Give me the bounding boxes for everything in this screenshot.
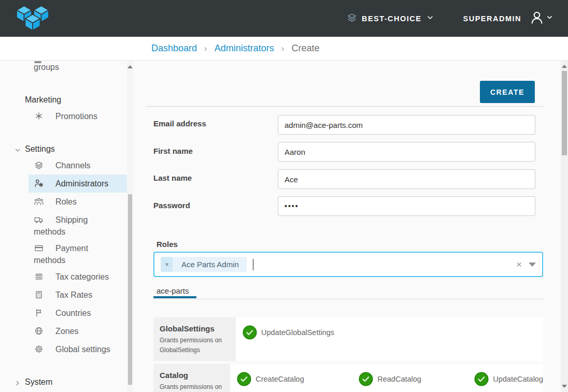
first-name-label: First name — [153, 147, 267, 155]
permission-item: UpdateCatalog — [474, 371, 543, 387]
top-bar: BEST-CHOICE SUPERADMIN — [0, 0, 568, 37]
sidebar-item-shipping-methods[interactable]: Shipping methods — [29, 211, 118, 241]
scroll-up-arrow-icon[interactable] — [127, 65, 133, 68]
sidebar-section-marketing: Marketing — [25, 94, 61, 106]
sidebar-item-promotions[interactable]: Promotions — [29, 107, 127, 125]
promotions-asterisk-icon — [34, 111, 44, 121]
first-name-field[interactable] — [278, 142, 535, 162]
user-name: SUPERADMIN — [463, 14, 521, 23]
breadcrumb-bar: Dashboard › Administrators › Create — [0, 37, 568, 61]
permission-label: UpdateCatalog — [493, 375, 543, 383]
permission-row-toggles: CreateCatalog ReadCatalog UpdateCatalog — [230, 364, 543, 392]
sidebar-item-tax-rates[interactable]: Tax Rates — [29, 286, 127, 304]
permission-label: CreateCatalog — [255, 375, 304, 383]
sidebar-scrollbar[interactable] — [127, 61, 133, 392]
roles-select[interactable]: × Ace Parts Admin × — [153, 252, 543, 277]
toggle-checked-icon[interactable] — [359, 372, 373, 386]
user-menu[interactable]: SUPERADMIN — [463, 10, 553, 27]
payment-card-icon — [34, 243, 44, 253]
permission-row-header: GlobalSettings Grants permissions on Glo… — [153, 317, 236, 361]
layers-icon — [346, 12, 358, 25]
create-administrator-form: CREATE Email address First name Last nam… — [133, 61, 561, 392]
administrator-user-gear-icon — [34, 178, 44, 188]
chevron-right-icon — [14, 379, 21, 390]
roles-label: Roles — [157, 240, 271, 249]
remove-role-icon[interactable]: × — [161, 257, 173, 272]
roles-users-icon — [34, 196, 44, 207]
admin-create-administrator-screen: BEST-CHOICE SUPERADMIN Dashboard › — [0, 0, 568, 392]
clear-selection-icon[interactable]: × — [516, 259, 522, 269]
role-chip-label: Ace Parts Admin — [173, 257, 247, 272]
user-icon — [529, 10, 545, 27]
chevron-down-icon — [14, 146, 21, 157]
global-settings-gear-icon — [34, 344, 44, 354]
channel-switcher[interactable]: BEST-CHOICE — [346, 12, 434, 25]
vendure-cubes-logo-icon[interactable] — [16, 4, 50, 36]
sidebar-item-customer-groups-clipped[interactable]: groups — [34, 63, 59, 72]
sidebar-item-administrators[interactable]: Administrators — [29, 175, 127, 193]
email-address-field[interactable] — [278, 115, 535, 135]
text-cursor — [253, 259, 254, 270]
breadcrumb-create: Create — [291, 43, 319, 54]
main-scrollbar[interactable] — [561, 61, 568, 392]
breadcrumb-separator: › — [281, 43, 285, 54]
caret-down-icon[interactable] — [529, 263, 536, 267]
scroll-down-arrow-icon[interactable] — [562, 385, 567, 388]
last-name-label: Last name — [153, 173, 267, 182]
password-label: Password — [153, 201, 267, 210]
chevron-down-icon — [546, 13, 553, 23]
top-bar-right: BEST-CHOICE SUPERADMIN — [346, 0, 553, 37]
tax-categories-list-icon — [34, 271, 44, 282]
sidebar-item-channels[interactable]: Channels — [29, 156, 127, 175]
sidebar-nav: groups Marketing Promotions Settings Cha… — [0, 61, 133, 392]
permission-row-title: Catalog — [160, 371, 224, 380]
sidebar-item-payment-methods[interactable]: Payment methods — [29, 239, 118, 269]
toggle-checked-icon[interactable] — [243, 325, 257, 340]
breadcrumb: Dashboard › Administrators › Create — [151, 37, 319, 60]
main-scrollbar-thumb[interactable] — [562, 71, 567, 155]
sidebar-item-zones[interactable]: Zones — [29, 322, 127, 340]
header-divider — [146, 106, 543, 107]
tax-rates-calculator-icon — [34, 289, 44, 300]
create-button[interactable]: CREATE — [480, 81, 535, 103]
channel-name: BEST-CHOICE — [362, 14, 422, 23]
permission-row-header: Catalog Grants permissions on Products, … — [153, 364, 230, 392]
role-chip: × Ace Parts Admin — [161, 257, 247, 272]
breadcrumb-administrators[interactable]: Administrators — [215, 43, 274, 54]
password-field[interactable] — [278, 196, 535, 216]
permission-row-description: Grants permissions on Products, Facets — [160, 382, 224, 392]
permission-row-globalsettings: GlobalSettings Grants permissions on Glo… — [153, 317, 543, 361]
roles-select-controls: × — [516, 259, 536, 269]
chevron-down-icon — [426, 13, 434, 24]
permission-item: UpdateGlobalSettings — [243, 325, 364, 340]
scroll-up-arrow-icon[interactable] — [562, 65, 567, 68]
permission-row-title: GlobalSettings — [160, 324, 230, 333]
breadcrumb-separator: › — [204, 43, 207, 54]
permission-row-catalog: Catalog Grants permissions on Products, … — [153, 364, 543, 392]
permission-item: CreateCatalog — [237, 371, 359, 387]
tab-ace-parts[interactable]: ace-parts — [153, 286, 196, 298]
sidebar-item-tax-categories[interactable]: Tax categories — [29, 268, 127, 286]
toggle-checked-icon[interactable] — [237, 372, 251, 386]
permission-row-description: Grants permissions on GlobalSettings — [160, 336, 230, 355]
permission-label: UpdateGlobalSettings — [261, 328, 334, 337]
sidebar-item-global-settings[interactable]: Global settings — [29, 340, 127, 358]
tab-bar-divider — [153, 299, 543, 299]
permission-row-toggles: UpdateGlobalSettings — [236, 317, 543, 361]
zones-globe-icon — [34, 326, 44, 336]
toggle-checked-icon[interactable] — [474, 372, 489, 386]
sidebar-scrollbar-thumb[interactable] — [128, 194, 132, 385]
sidebar-item-countries[interactable]: Countries — [29, 304, 127, 322]
countries-flag-icon — [34, 308, 44, 318]
sidebar-section-system[interactable]: System — [25, 376, 52, 388]
shipping-truck-icon — [34, 214, 44, 225]
email-address-label: Email address — [153, 119, 267, 128]
sidebar-item-roles[interactable]: Roles — [29, 193, 127, 211]
permission-label: ReadCatalog — [377, 375, 421, 383]
permission-item: ReadCatalog — [359, 371, 474, 387]
last-name-field[interactable] — [278, 169, 535, 189]
sidebar-section-settings[interactable]: Settings — [25, 143, 55, 155]
breadcrumb-dashboard[interactable]: Dashboard — [151, 43, 197, 54]
channels-layers-icon — [34, 160, 44, 170]
